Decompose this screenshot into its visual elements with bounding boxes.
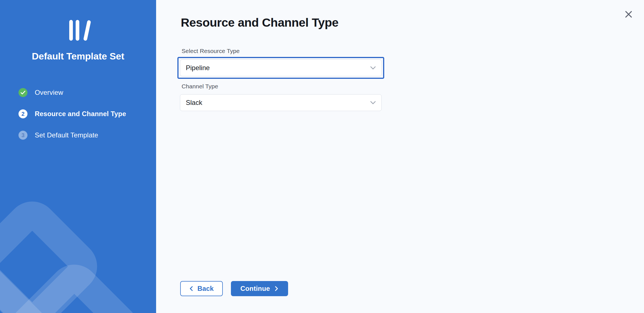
chevron-left-icon	[189, 286, 194, 291]
wizard-title: Default Template Set	[0, 51, 156, 62]
chevron-down-icon	[370, 66, 376, 70]
chevron-right-icon	[274, 286, 279, 291]
sidebar-step-set-default-template[interactable]: 3 Set Default Template	[18, 131, 126, 140]
wizard-steps: Overview 2 Resource and Channel Type 3 S…	[18, 88, 126, 152]
continue-button-label: Continue	[240, 285, 270, 293]
sidebar-step-overview[interactable]: Overview	[18, 88, 126, 97]
resource-type-select[interactable]: Pipeline	[180, 59, 382, 76]
check-icon	[18, 88, 27, 97]
logo-bar	[76, 20, 79, 41]
close-icon	[625, 11, 632, 18]
channel-type-label: Channel Type	[182, 83, 218, 90]
back-button-label: Back	[197, 285, 214, 293]
continue-button[interactable]: Continue	[231, 281, 288, 296]
chevron-down-icon	[370, 101, 376, 104]
app-logo-icon	[0, 19, 156, 41]
wizard-actions: Back Continue	[180, 281, 288, 296]
wizard-content-panel: Resource and Channel Type Select Resourc…	[156, 0, 644, 313]
resource-type-select-value: Pipeline	[186, 64, 210, 72]
logo-bar-slanted	[83, 20, 91, 41]
step-number-badge: 3	[18, 131, 27, 140]
back-button[interactable]: Back	[180, 281, 223, 296]
close-button[interactable]	[624, 10, 633, 19]
channel-type-select-value: Slack	[186, 99, 202, 107]
resource-type-label: Select Resource Type	[182, 48, 240, 54]
wizard-sidebar: Default Template Set Overview 2 Resource…	[0, 0, 156, 313]
sidebar-step-resource-and-channel-type[interactable]: 2 Resource and Channel Type	[18, 109, 126, 118]
step-label: Overview	[35, 89, 63, 96]
step-label: Resource and Channel Type	[35, 110, 126, 118]
channel-type-select[interactable]: Slack	[180, 94, 382, 111]
step-label: Set Default Template	[35, 131, 98, 139]
step-number-badge: 2	[18, 109, 27, 118]
logo-bar	[69, 20, 73, 41]
page-title: Resource and Channel Type	[181, 16, 339, 29]
